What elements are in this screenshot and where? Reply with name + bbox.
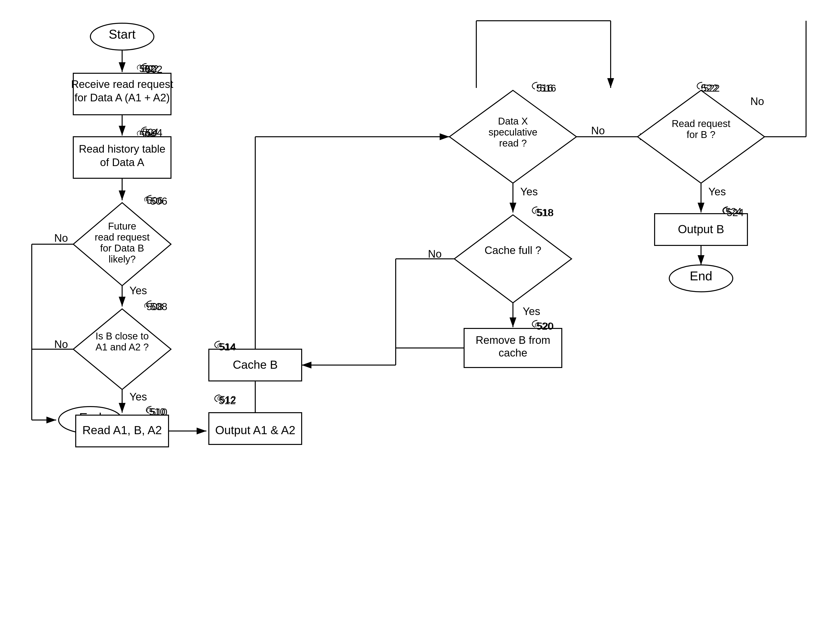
svg-text:Receive read request: Receive read request	[71, 78, 173, 90]
svg-text:Start: Start	[109, 27, 135, 41]
svg-text:read request: read request	[95, 232, 150, 242]
svg-text:Read history table: Read history table	[79, 143, 166, 155]
svg-text:514: 514	[218, 341, 236, 353]
svg-text:for Data B: for Data B	[100, 243, 144, 253]
svg-text:508: 508	[150, 301, 167, 312]
svg-text:506: 506	[150, 196, 167, 207]
svg-text:Output B: Output B	[678, 223, 724, 236]
svg-text:Cache B: Cache B	[233, 358, 278, 371]
svg-text:512: 512	[218, 395, 236, 406]
svg-text:522: 522	[701, 82, 718, 94]
svg-text:Is B close to: Is B close to	[95, 331, 149, 342]
svg-text:Yes: Yes	[520, 185, 538, 197]
svg-text:Future: Future	[108, 221, 136, 232]
svg-text:likely?: likely?	[108, 254, 135, 265]
svg-text:518: 518	[536, 207, 553, 218]
svg-text:End: End	[690, 269, 712, 283]
svg-text:Cache full ?: Cache full ?	[485, 244, 541, 256]
svg-text:for B ?: for B ?	[686, 129, 715, 140]
svg-text:510: 510	[150, 406, 167, 418]
svg-text:Yes: Yes	[708, 185, 726, 197]
svg-text:No: No	[428, 248, 442, 260]
svg-text:504: 504	[145, 127, 163, 138]
svg-marker-76	[454, 215, 572, 303]
flowchart-container: Start 502 Receive read request for Data …	[0, 0, 840, 620]
svg-text:No: No	[54, 232, 68, 244]
svg-text:Data X: Data X	[498, 116, 528, 126]
svg-text:Yes: Yes	[129, 391, 147, 403]
svg-text:Output A1 & A2: Output A1 & A2	[215, 424, 295, 436]
svg-text:Read A1, B, A2: Read A1, B, A2	[82, 424, 162, 436]
svg-text:520: 520	[536, 321, 553, 332]
svg-text:Yes: Yes	[523, 305, 540, 317]
svg-text:516: 516	[536, 82, 553, 94]
svg-text:Read request: Read request	[672, 118, 730, 129]
svg-text:No: No	[54, 338, 68, 350]
svg-text:No: No	[750, 95, 764, 107]
svg-text:for Data A (A1 + A2): for Data A (A1 + A2)	[74, 92, 170, 104]
svg-text:of Data A: of Data A	[100, 156, 145, 168]
svg-text:502: 502	[145, 63, 163, 75]
svg-text:cache: cache	[498, 347, 527, 359]
svg-text:Yes: Yes	[129, 284, 147, 296]
svg-text:A1 and A2 ?: A1 and A2 ?	[95, 342, 149, 352]
svg-text:No: No	[591, 125, 605, 137]
svg-text:Remove B from: Remove B from	[476, 334, 550, 346]
svg-text:read ?: read ?	[499, 138, 527, 149]
svg-text:speculative: speculative	[489, 127, 537, 137]
svg-text:524: 524	[727, 207, 744, 218]
